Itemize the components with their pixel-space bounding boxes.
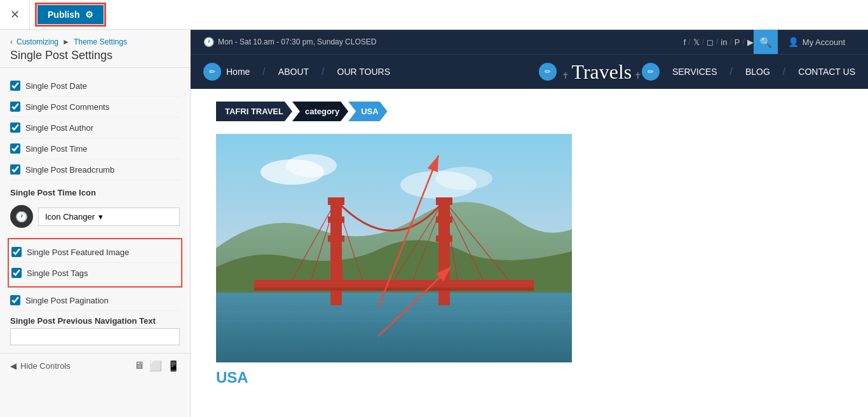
checkbox-label-author: Single Post Author xyxy=(25,123,93,133)
schedule-info: 🕐 Mon - Sat 10.am - 07:30 pm, Sunday CLO… xyxy=(203,37,684,47)
close-button[interactable]: ✕ xyxy=(0,0,30,30)
close-icon: ✕ xyxy=(10,8,20,22)
left-edit-button[interactable]: ✏ xyxy=(203,63,221,81)
hide-controls-label: Hide Controls xyxy=(20,361,71,371)
post-breadcrumb: TAFRI TRAVEL category USA xyxy=(216,102,843,121)
sidebar-content: Single Post Date Single Post Comments Si… xyxy=(0,68,190,353)
prev-nav-input[interactable] xyxy=(10,328,180,345)
dropdown-arrow: ▾ xyxy=(98,212,103,222)
checkbox-label-tags: Single Post Tags xyxy=(27,268,88,278)
hide-controls-button[interactable]: ◀ Hide Controls xyxy=(10,361,71,371)
tablet-icon[interactable]: ⬜ xyxy=(149,360,162,372)
nav-contact[interactable]: CONTACT US xyxy=(798,67,855,77)
checkbox-item-pagination[interactable]: Single Post Pagination xyxy=(10,290,180,311)
checkbox-item-featured[interactable]: Single Post Featured Image xyxy=(11,242,179,263)
pencil-icon-center: ✏ xyxy=(545,67,551,76)
sidebar-back-button[interactable]: ‹ Customizing ► Theme Settings xyxy=(10,37,180,46)
youtube-icon[interactable]: ▶ xyxy=(747,37,754,47)
hide-controls-arrow: ◀ xyxy=(10,361,17,371)
icon-changer-label: Icon Changer xyxy=(45,212,95,222)
right-edit-button[interactable]: ✏ xyxy=(642,63,660,81)
svg-rect-17 xyxy=(254,280,534,288)
checkbox-item-time[interactable]: Single Post Time xyxy=(10,138,180,159)
nav-blog[interactable]: BLOG xyxy=(745,67,770,77)
linkedin-icon[interactable]: in xyxy=(721,37,727,47)
device-icons: 🖥 ⬜ 📱 xyxy=(134,360,180,372)
nav-our-tours[interactable]: OUR TOURS xyxy=(337,67,391,77)
search-icon: 🔍 xyxy=(759,36,772,48)
site-logo: ✝ Travels ✝ xyxy=(562,60,642,84)
checkbox-date[interactable] xyxy=(10,81,20,91)
nav-services[interactable]: SERVICES xyxy=(672,67,717,77)
logo-area: ✏ ✝ Travels ✝ xyxy=(539,60,642,84)
checkbox-label-pagination: Single Post Pagination xyxy=(25,296,109,305)
checkbox-time[interactable] xyxy=(10,143,20,154)
checkbox-author[interactable] xyxy=(10,122,20,133)
highlighted-checkboxes-box: Single Post Featured Image Single Post T… xyxy=(8,238,182,288)
pencil-icon-right: ✏ xyxy=(648,67,654,76)
svg-rect-15 xyxy=(436,216,452,223)
svg-point-4 xyxy=(435,167,492,190)
twitter-icon[interactable]: 𝕏 xyxy=(693,37,700,47)
checkbox-comments[interactable] xyxy=(10,102,20,112)
nav-about[interactable]: ABOUT xyxy=(278,67,309,77)
desktop-icon[interactable]: 🖥 xyxy=(134,360,144,372)
facebook-icon[interactable]: f xyxy=(684,37,686,47)
prev-nav-label: Single Post Previous Navigation Text xyxy=(10,311,180,328)
breadcrumb-separator: ► xyxy=(62,37,70,46)
cross-icon-right: ✝ xyxy=(634,70,642,81)
checkbox-breadcrumb[interactable] xyxy=(10,164,20,175)
bridge-svg xyxy=(216,134,572,362)
publish-button[interactable]: Publish ⚙ xyxy=(37,5,104,24)
mobile-icon[interactable]: 📱 xyxy=(167,360,180,372)
my-account[interactable]: 👤 My Account xyxy=(778,37,855,47)
checkbox-item-breadcrumb[interactable]: Single Post Breadcrumb xyxy=(10,159,180,180)
instagram-icon[interactable]: ◻ xyxy=(707,37,714,47)
checkbox-item-author[interactable]: Single Post Author xyxy=(10,117,180,138)
time-icon-section-label: Single Post Time Icon xyxy=(10,180,180,201)
sidebar-header: ‹ Customizing ► Theme Settings Single Po… xyxy=(0,30,190,68)
site-navigation: ✏ Home / ABOUT / OUR TOURS ✏ ✝ Travels ✝ xyxy=(191,54,868,89)
checkbox-item-comments[interactable]: Single Post Comments xyxy=(10,96,180,117)
clock-icon: 🕐 xyxy=(15,211,28,223)
checkbox-featured[interactable] xyxy=(11,247,22,257)
icon-changer-dropdown[interactable]: Icon Changer ▾ xyxy=(38,208,180,226)
crumb-tafri-travel: TAFRI TRAVEL xyxy=(216,102,292,121)
content-area: TAFRI TRAVEL category USA xyxy=(191,89,868,417)
featured-image-container xyxy=(216,134,572,362)
checkbox-pagination[interactable] xyxy=(10,295,20,305)
hide-controls-bar: ◀ Hide Controls 🖥 ⬜ 📱 xyxy=(0,353,190,378)
sidebar: ‹ Customizing ► Theme Settings Single Po… xyxy=(0,30,191,417)
clock-icon-circle: 🕐 xyxy=(10,205,33,228)
nav-home[interactable]: Home xyxy=(226,67,250,77)
checkbox-label-featured: Single Post Featured Image xyxy=(27,248,129,257)
svg-point-2 xyxy=(286,154,337,177)
nav-links-left: Home / ABOUT / OUR TOURS xyxy=(226,66,539,77)
svg-rect-5 xyxy=(216,293,572,362)
svg-rect-18 xyxy=(254,288,534,291)
search-button[interactable]: 🔍 xyxy=(754,30,778,54)
my-account-text: My Account xyxy=(803,37,845,47)
user-icon: 👤 xyxy=(788,37,799,47)
icon-changer-row: 🕐 Icon Changer ▾ xyxy=(10,201,180,235)
checkbox-item-tags[interactable]: Single Post Tags xyxy=(11,263,179,284)
site-top-bar: 🕐 Mon - Sat 10.am - 07:30 pm, Sunday CLO… xyxy=(191,30,868,54)
center-edit-button[interactable]: ✏ xyxy=(539,63,557,81)
checkbox-label-date: Single Post Date xyxy=(25,81,87,91)
breadcrumb-theme-settings: Theme Settings xyxy=(74,37,127,46)
crumb-category: category xyxy=(292,102,348,121)
logo-text: Travels xyxy=(571,60,632,83)
checkbox-item-date[interactable]: Single Post Date xyxy=(10,76,180,96)
cross-icon: ✝ xyxy=(562,70,569,81)
featured-image xyxy=(216,134,572,362)
checkbox-label-breadcrumb: Single Post Breadcrumb xyxy=(25,165,114,175)
checkbox-tags[interactable] xyxy=(11,268,22,278)
back-icon: ‹ xyxy=(10,37,13,46)
checkbox-label-time: Single Post Time xyxy=(25,144,88,154)
nav-links-right: ✏ SERVICES / BLOG / CONTACT US xyxy=(642,63,855,81)
usa-label: USA xyxy=(216,369,843,387)
top-control-bar: ✕ Publish ⚙ xyxy=(0,0,868,30)
main-layout: ‹ Customizing ► Theme Settings Single Po… xyxy=(0,30,868,417)
checkbox-label-comments: Single Post Comments xyxy=(25,102,109,112)
pinterest-icon[interactable]: P xyxy=(735,37,740,47)
